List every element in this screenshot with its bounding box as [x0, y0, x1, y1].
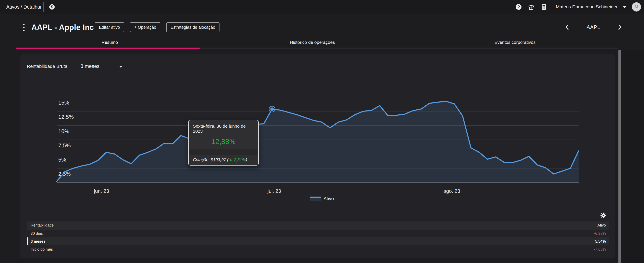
header-actions: Editar ativo + Operação Estratégias de a…: [95, 22, 220, 32]
gear-icon: [600, 212, 606, 218]
table-header-ativo: Ativo: [598, 223, 606, 228]
row-label: Inicio do mês: [30, 247, 53, 252]
tab-historico-operacoes[interactable]: Histórico de operações: [211, 37, 414, 47]
row-value: -7,68%: [594, 247, 606, 252]
row-label: 30 dias: [30, 231, 43, 236]
svg-text:jul. 23: jul. 23: [267, 188, 281, 194]
tab-eventos-corporativos[interactable]: Eventos corporativos: [414, 37, 616, 47]
svg-text:10%: 10%: [58, 128, 69, 134]
svg-text:?: ?: [518, 4, 520, 9]
breadcrumb[interactable]: Ativos / Detalhar: [6, 0, 42, 14]
chevron-right-icon[interactable]: [616, 23, 624, 32]
tooltip-value: 12,88%: [189, 135, 258, 150]
table-header-rentabilidade: Rentabilidade: [30, 223, 54, 228]
table-row-inicio-do-mes[interactable]: Inicio do mês -7,68%: [27, 246, 609, 253]
table-row-3-meses[interactable]: 3 meses 5,54%: [27, 238, 609, 246]
ticker-navigation: AAPL: [563, 22, 624, 32]
calculator-icon[interactable]: [540, 3, 547, 10]
svg-text:12,5%: 12,5%: [58, 114, 74, 120]
chevron-left-icon[interactable]: [563, 23, 572, 32]
svg-text:$: $: [51, 4, 53, 9]
add-operation-button[interactable]: + Operação: [130, 22, 160, 32]
metric-label: Rentabilidade Bruta: [27, 64, 67, 69]
legend-label: Ativo: [324, 196, 334, 202]
page-title: AAPL - Apple Inc: [32, 22, 94, 33]
row-value: -6,33%: [594, 231, 606, 236]
select-arrow-icon: [119, 66, 122, 68]
legend-swatch: [310, 196, 321, 201]
app-root: Ativos / Detalhar $ ?: [0, 0, 644, 263]
svg-text:15%: 15%: [58, 100, 69, 106]
user-name[interactable]: Mateus Damaceno Schineider: [556, 4, 618, 10]
allocation-strategies-button[interactable]: Estratégias de alocação: [166, 22, 219, 32]
period-select[interactable]: 3 meses: [80, 62, 124, 71]
profitability-table: Rentabilidade Ativo 30 dias -6,33% 3 mes…: [27, 222, 609, 253]
ticker-symbol: AAPL: [586, 24, 600, 30]
vertical-scrollbar[interactable]: [618, 50, 621, 263]
table-settings-button[interactable]: [599, 211, 608, 220]
tab-resumo[interactable]: Resumo: [8, 37, 211, 47]
chart-legend[interactable]: Ativo: [0, 194, 644, 203]
tooltip-date: Sexta-feira, 30 de junho de 2023: [189, 120, 258, 135]
tooltip-divider: [189, 150, 258, 155]
active-tab-indicator: [16, 48, 200, 49]
svg-text:7,5%: 7,5%: [58, 142, 71, 148]
svg-text:ago. 23: ago. 23: [444, 188, 460, 194]
svg-text:jun. 23: jun. 23: [94, 188, 109, 194]
gift-icon[interactable]: [528, 3, 535, 10]
row-label: 3 meses: [30, 239, 46, 244]
chevron-down-icon[interactable]: [623, 6, 626, 8]
svg-text:5%: 5%: [58, 156, 66, 163]
help-icon[interactable]: ?: [515, 3, 522, 10]
kebab-menu-icon[interactable]: [22, 22, 26, 33]
top-app-bar: Ativos / Detalhar $ ?: [0, 0, 644, 14]
period-select-value: 3 meses: [80, 63, 100, 69]
avatar[interactable]: M: [632, 2, 641, 12]
currency-dollar-icon[interactable]: $: [49, 4, 55, 10]
edit-asset-button[interactable]: Editar ativo: [95, 22, 124, 32]
table-row-30-dias[interactable]: 30 dias -6,33%: [27, 230, 609, 238]
right-gutter: [621, 50, 644, 263]
tooltip-quote: Cotação: $193,97 (▲ 2,31%): [189, 155, 258, 165]
row-value: 5,54%: [595, 239, 606, 244]
topbar-divider: [44, 2, 44, 12]
chart-tooltip: Sexta-feira, 30 de junho de 2023 12,88% …: [188, 120, 259, 166]
topbar-actions: ? Mateus Damaceno Schineider M: [515, 0, 642, 14]
table-header-row: Rentabilidade Ativo: [27, 222, 609, 230]
quote-change: ▲ 2,31%: [228, 158, 246, 162]
tab-bar: Resumo Histórico de operações Eventos co…: [8, 37, 616, 47]
